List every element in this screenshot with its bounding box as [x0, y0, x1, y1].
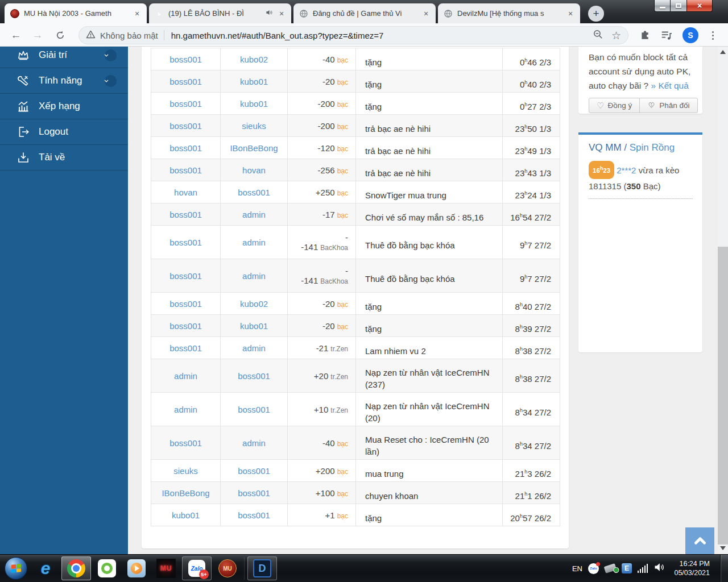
- chevron-down-icon[interactable]: [105, 75, 117, 87]
- receiver-link[interactable]: admin: [221, 203, 288, 226]
- scroll-to-top-button[interactable]: [685, 527, 714, 554]
- taskbar-coccoc-icon[interactable]: [92, 556, 122, 580]
- network-signal-icon[interactable]: [638, 564, 648, 573]
- sender-link[interactable]: boss001: [151, 93, 221, 115]
- tab-close-icon[interactable]: ×: [565, 9, 576, 19]
- sender-link[interactable]: boss001: [151, 203, 221, 226]
- spin-rong-link[interactable]: Spin Rồng: [630, 142, 675, 153]
- page-scrollbar[interactable]: [718, 47, 728, 554]
- poll-agree-button[interactable]: ♡ Đồng ý: [589, 98, 640, 113]
- vq-mm-link[interactable]: VQ MM: [589, 142, 622, 153]
- taskbar-media-player-icon[interactable]: [122, 556, 151, 580]
- taskbar-clock[interactable]: 16:24 PM 05/03/2021: [674, 559, 710, 577]
- sender-link[interactable]: sieuks: [151, 460, 221, 482]
- back-button[interactable]: ←: [8, 27, 24, 43]
- language-indicator[interactable]: EN: [572, 564, 582, 573]
- sender-link[interactable]: boss001: [151, 315, 221, 337]
- poll-disagree-button[interactable]: Phản đối: [639, 98, 697, 113]
- sender-link[interactable]: boss001: [151, 259, 221, 293]
- sender-link[interactable]: boss001: [151, 226, 221, 259]
- sender-link[interactable]: boss001: [151, 48, 221, 70]
- receiver-link[interactable]: IBonBeBong: [221, 137, 288, 159]
- tab-close-icon[interactable]: ×: [421, 9, 431, 19]
- show-desktop-button[interactable]: [720, 555, 728, 582]
- extensions-puzzle-icon[interactable]: [638, 28, 652, 42]
- taskbar-zalo-icon[interactable]: Zalo5+: [182, 556, 212, 580]
- receiver-link[interactable]: boss001: [221, 393, 288, 426]
- url-bar[interactable]: Không bảo mật hn.gamethuvn.net/#auth/Ban…: [78, 26, 628, 44]
- sidebar-item-xep-hang[interactable]: Xếp hạng: [0, 94, 128, 119]
- sender-link[interactable]: hovan: [151, 181, 221, 203]
- receiver-link[interactable]: admin: [221, 259, 288, 293]
- scrollbar-up-arrow-icon[interactable]: [720, 50, 726, 54]
- receiver-link[interactable]: kubo01: [221, 93, 288, 115]
- taskbar-ie-icon[interactable]: e: [31, 556, 60, 580]
- receiver-link[interactable]: boss001: [221, 460, 288, 482]
- zoom-magnifier-icon[interactable]: [593, 29, 603, 42]
- window-close-button[interactable]: ×: [686, 0, 713, 12]
- sender-link[interactable]: admin: [151, 393, 221, 426]
- receiver-link[interactable]: admin: [221, 337, 288, 359]
- sidebar-item-tinh-nang[interactable]: Tính năng: [0, 68, 128, 94]
- tab-gamethu-forum[interactable]: Đăng chủ đề | Game thủ Vi ×: [293, 3, 436, 23]
- security-warning-icon[interactable]: [86, 30, 96, 41]
- window-maximize-button[interactable]: [671, 0, 686, 12]
- receiver-link[interactable]: boss001: [221, 181, 288, 203]
- tab-youtube[interactable]: (19) LÊ BẢO BÌNH - ĐÌ ×: [149, 3, 291, 23]
- sender-link[interactable]: boss001: [151, 426, 221, 460]
- spin-user-link[interactable]: 2***2: [617, 165, 636, 175]
- receiver-link[interactable]: kubo01: [221, 315, 288, 337]
- poll-result-link[interactable]: » Kết quả: [651, 81, 688, 90]
- tab-audio-icon[interactable]: [265, 9, 273, 19]
- amount-cell: +10tr.Zen: [288, 393, 356, 426]
- sender-link[interactable]: boss001: [151, 337, 221, 359]
- forward-button[interactable]: →: [30, 27, 46, 43]
- receiver-link[interactable]: boss001: [221, 482, 288, 504]
- note-cell: Lam nhiem vu 2: [356, 337, 503, 359]
- taskbar-chrome-icon[interactable]: [61, 556, 91, 580]
- volume-icon[interactable]: [653, 562, 665, 575]
- browser-menu-icon[interactable]: [709, 28, 717, 42]
- sender-link[interactable]: boss001: [151, 137, 221, 159]
- scrollbar-down-arrow-icon[interactable]: [720, 546, 726, 550]
- taskbar-d-game-icon[interactable]: D: [247, 556, 277, 580]
- sender-link[interactable]: boss001: [151, 293, 221, 315]
- tray-zalo-icon[interactable]: Zalo: [588, 563, 599, 574]
- sender-link[interactable]: admin: [151, 359, 221, 393]
- start-button[interactable]: [5, 557, 27, 580]
- tab-close-icon[interactable]: ×: [132, 9, 142, 19]
- receiver-link[interactable]: sieuks: [221, 115, 288, 137]
- taskbar-mu-game-icon[interactable]: MU: [151, 556, 181, 580]
- taskbar-mu-launcher-icon[interactable]: MU: [213, 556, 242, 580]
- receiver-link[interactable]: boss001: [221, 359, 288, 393]
- profile-avatar[interactable]: S: [682, 27, 698, 43]
- tab-close-icon[interactable]: ×: [276, 9, 287, 19]
- tray-unikey-icon[interactable]: E: [622, 563, 632, 573]
- time-cell: 21h1 26/2: [503, 482, 560, 504]
- refresh-button[interactable]: [52, 27, 68, 43]
- sidebar-item-tai-ve[interactable]: Tải về: [0, 145, 128, 171]
- playlist-icon[interactable]: [660, 28, 673, 42]
- bookmark-star-icon[interactable]: ☆: [611, 29, 621, 42]
- receiver-link[interactable]: kubo02: [221, 48, 288, 70]
- sender-link[interactable]: boss001: [151, 159, 221, 181]
- window-minimize-button[interactable]: [654, 0, 671, 12]
- tray-usb-icon[interactable]: [604, 563, 617, 573]
- receiver-link[interactable]: admin: [221, 226, 288, 259]
- sidebar-item-logout[interactable]: Logout: [0, 119, 128, 145]
- tab-devilzmu[interactable]: DevilzMu [Hệ thống mua s ×: [438, 3, 580, 23]
- sender-link[interactable]: IBonBeBong: [151, 482, 221, 504]
- sender-link[interactable]: boss001: [151, 70, 221, 93]
- receiver-link[interactable]: admin: [221, 426, 288, 460]
- tab-mu-hanoi[interactable]: MU Hà Nội 2003 - Gameth ×: [5, 3, 147, 23]
- new-tab-button[interactable]: +: [588, 6, 604, 22]
- receiver-link[interactable]: kubo02: [221, 293, 288, 315]
- scrollbar-thumb[interactable]: [718, 247, 728, 544]
- sender-link[interactable]: kubo01: [151, 504, 221, 526]
- receiver-link[interactable]: kubo01: [221, 70, 288, 93]
- receiver-link[interactable]: hovan: [221, 159, 288, 181]
- sidebar-item-giai-tri[interactable]: Giải trí: [0, 47, 128, 68]
- receiver-link[interactable]: boss001: [221, 504, 288, 526]
- sender-link[interactable]: boss001: [151, 115, 221, 137]
- chevron-down-icon[interactable]: [105, 49, 117, 61]
